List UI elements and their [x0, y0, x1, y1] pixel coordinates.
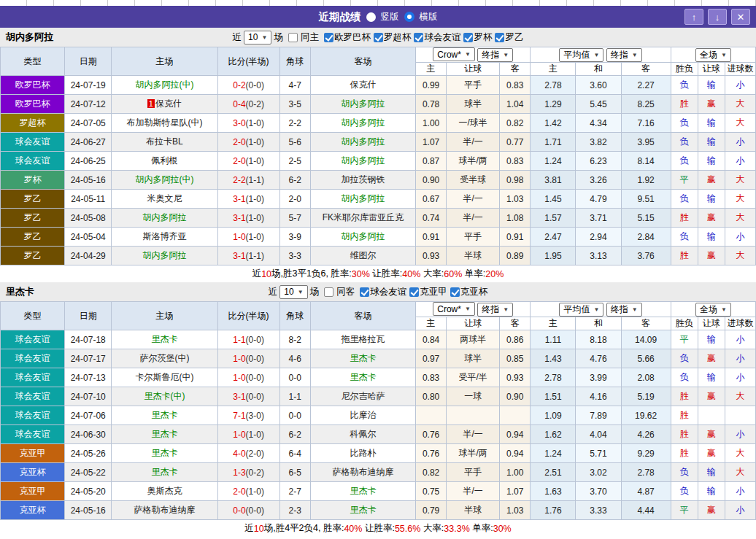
- record-summary: 近10场,胜3平1负6, 胜率:30% 让胜率:40% 大率:60% 单率:20…: [0, 265, 756, 282]
- home-team-name: 布拉卡BL: [146, 136, 183, 147]
- league-label: 克亚甲: [420, 286, 447, 298]
- score-cell: 1-0(1-0): [217, 228, 279, 247]
- league-checkbox[interactable]: [360, 287, 369, 297]
- avg-draw-cell: 7.89: [576, 406, 621, 425]
- horizontal-layout-radio[interactable]: [404, 12, 414, 22]
- handicap-result-cell: 赢: [698, 349, 725, 368]
- full-score: 0-2: [233, 80, 245, 90]
- type-cell: 克亚甲: [1, 444, 65, 463]
- league-label: 欧罗巴杯: [334, 31, 371, 44]
- avg-draw-cell: 3.02: [576, 463, 621, 482]
- odds-time-select-2[interactable]: 终指▼: [606, 48, 642, 62]
- league-checkbox[interactable]: [450, 287, 460, 297]
- away-team-cell: 保克什: [310, 76, 415, 95]
- horizontal-layout-label: 横版: [420, 11, 438, 23]
- avg-away-cell: 4.87: [621, 482, 671, 501]
- goals-result-cell: 小: [725, 76, 755, 95]
- full-score: 2-0: [233, 156, 245, 166]
- score-cell: 0-4(0-2): [217, 95, 279, 114]
- vertical-layout-radio[interactable]: [366, 12, 376, 22]
- odds-time-select-1[interactable]: 终指▼: [477, 303, 513, 317]
- away-team-cell: 比路朴: [310, 444, 415, 463]
- period-select[interactable]: 全场▼: [695, 303, 731, 317]
- match-count-select[interactable]: 10 ▼: [279, 285, 307, 299]
- score-cell: 1-0(1-0): [217, 425, 279, 444]
- date-cell: 24-05-11: [65, 190, 112, 209]
- average-select[interactable]: 平均值▼: [559, 303, 603, 317]
- select-value: 终指: [482, 49, 499, 61]
- avg-away-cell: 5.66: [621, 349, 671, 368]
- select-value: 终指: [611, 49, 628, 61]
- corner-cell: 6-2: [279, 171, 310, 190]
- move-down-button[interactable]: ↓: [708, 9, 727, 25]
- half-score: (0-0): [246, 80, 264, 90]
- half-score: (1-0): [246, 156, 264, 166]
- full-score: 2-2: [233, 175, 245, 185]
- full-score: 3-1: [233, 213, 245, 223]
- home-team-cell: 里杰卡(中): [112, 387, 217, 406]
- same-venue-checkbox[interactable]: [288, 33, 298, 42]
- match-row: 克亚杯24-05-16萨格勒布迪纳摩0-0(0-0)2-3里杰卡0.79半球1.…: [1, 501, 756, 520]
- league-checkbox[interactable]: [414, 33, 423, 42]
- col-handicap-home: 主: [416, 63, 447, 76]
- select-value: Crow*: [437, 50, 461, 60]
- league-checkbox[interactable]: [463, 33, 473, 42]
- avg-home-cell: 2.51: [531, 463, 576, 482]
- away-team-name: 比路朴: [350, 448, 376, 458]
- league-checkbox[interactable]: [495, 33, 504, 42]
- away-team-cell: 萨格勒布迪纳摩: [310, 463, 415, 482]
- type-cell: 克亚杯: [1, 463, 65, 482]
- odds-time-select-1[interactable]: 终指▼: [477, 48, 513, 62]
- away-team-name: 拖里格拉瓦: [341, 334, 385, 344]
- team-name: 胡内多阿拉: [6, 31, 53, 44]
- half-score: (3-0): [246, 411, 264, 421]
- avg-away-cell: 2.84: [621, 228, 671, 247]
- score-cell: 2-0(1-0): [217, 482, 279, 501]
- same-venue-checkbox[interactable]: [324, 287, 333, 297]
- away-odds-cell: 1.03: [500, 190, 531, 209]
- select-value: 平均值: [563, 303, 590, 316]
- odds-time-select-2[interactable]: 终指▼: [606, 303, 642, 317]
- home-team-cell: 奥斯杰克: [112, 482, 217, 501]
- league-label: 罗乙: [505, 31, 523, 44]
- away-team-cell: 胡内多阿拉: [310, 133, 415, 152]
- corner-cell: 2-0: [279, 190, 310, 209]
- score-cell: 3-1(0-0): [217, 387, 279, 406]
- match-row: 球会友谊24-06-30里杰卡1-0(1-0)6-2科佩尔0.76半/一0.94…: [1, 425, 756, 444]
- summary-segment: 20%: [485, 269, 504, 279]
- away-odds-cell: 1.04: [500, 95, 531, 114]
- home-team-cell: 佩利根: [112, 152, 217, 171]
- league-label: 克亚杯: [460, 286, 488, 298]
- period-select[interactable]: 全场▼: [695, 48, 731, 62]
- result-cell: 平: [671, 330, 698, 349]
- page-title: 近期战绩: [319, 10, 361, 24]
- home-odds-cell: 0.84: [416, 330, 447, 349]
- away-team-name: 尼尔吉哈萨: [341, 391, 385, 401]
- avg-home-cell: 1.24: [531, 152, 576, 171]
- same-venue-label: 同客: [336, 286, 355, 298]
- result-cell: 胜: [671, 247, 698, 265]
- bookmaker-select[interactable]: Crow*▼: [433, 302, 475, 316]
- home-odds-cell: 0.90: [416, 171, 447, 190]
- league-checkbox[interactable]: [374, 33, 383, 42]
- close-button[interactable]: ✕: [731, 9, 750, 25]
- home-team-cell: 里杰卡: [112, 330, 217, 349]
- home-team-name: 布加勒斯特星队(中): [126, 117, 202, 128]
- col-goals-result: 进球数: [725, 63, 755, 76]
- league-checkbox[interactable]: [409, 287, 419, 297]
- league-checkbox[interactable]: [324, 33, 333, 42]
- average-select[interactable]: 平均值▼: [559, 48, 603, 62]
- league-filter-group: 欧罗巴杯罗超杯球会友谊罗杯罗乙: [321, 31, 524, 44]
- bookmaker-select[interactable]: Crow*▼: [433, 47, 475, 61]
- move-up-button[interactable]: ↑: [684, 9, 703, 25]
- corner-cell: 6-2: [279, 425, 310, 444]
- filter-near-label: 近: [269, 286, 278, 298]
- summary-segment: 让胜率:: [370, 268, 402, 280]
- away-odds-cell: 1.07: [500, 482, 531, 501]
- match-row: 球会友谊24-07-13卡尔斯鲁厄(中)1-0(0-0)0-0里杰卡0.83受平…: [1, 368, 756, 387]
- matches-table: 类型 日期 主场 比分(半场) 角球 客场 Crow*▼ 终指▼ 平均值▼ 终指…: [0, 47, 756, 265]
- title-bar: 近期战绩 竖版 横版 ↑ ↓ ✕: [0, 6, 756, 28]
- date-cell: 24-06-25: [65, 152, 112, 171]
- away-team-cell: 里杰卡: [310, 482, 415, 501]
- match-count-select[interactable]: 10 ▼: [244, 31, 271, 44]
